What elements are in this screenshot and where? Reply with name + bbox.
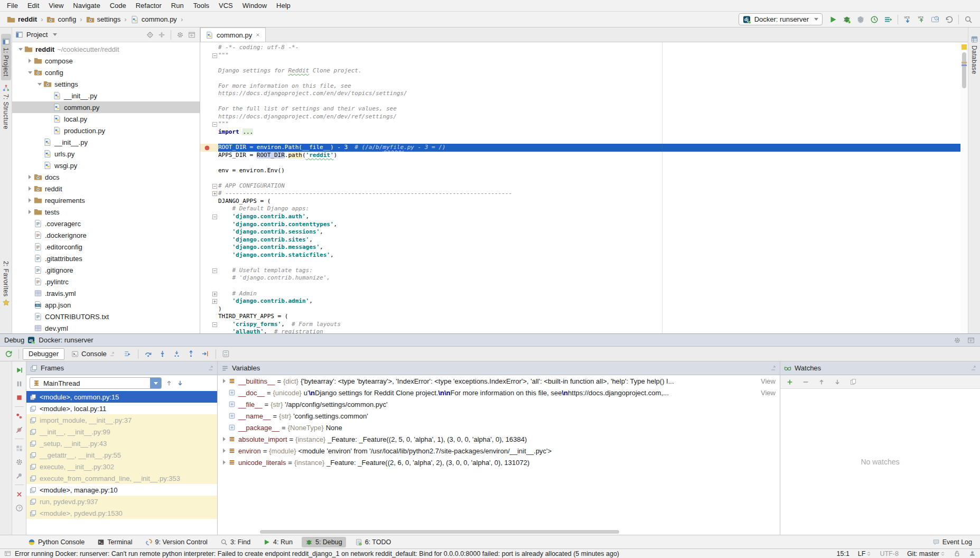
menu-navigate[interactable]: Navigate [68,1,105,11]
menu-refactor[interactable]: Refactor [131,1,166,11]
chevron-down-icon[interactable] [53,33,57,36]
menu-edit[interactable]: Edit [23,1,44,11]
runtocursor-button[interactable] [199,348,212,360]
frame-row[interactable]: __getattr__, __init__.py:55 [26,449,217,461]
tree-item-init-py[interactable]: __init__.py [12,90,200,101]
horizontal-scrollbar[interactable] [260,530,619,534]
tree-item-coveragerc[interactable]: .coveragerc [12,218,200,229]
chevron-right-icon[interactable] [26,59,34,63]
view-link[interactable]: View [757,389,780,397]
tree-item-wsgi-py[interactable]: wsgi.py [12,160,200,171]
breadcrumb-config[interactable]: config [45,15,78,24]
status-widget-hector[interactable] [969,550,976,557]
tree-item-contributors-txt[interactable]: CONTRIBUTORS.txt [12,311,200,322]
chevron-down-icon[interactable] [150,378,161,388]
viewbps-button[interactable] [14,411,24,421]
stripe-tab-7-structure[interactable]: 7: Structure [1,80,11,133]
tool-tab-4-run[interactable]: 4: Run [259,537,296,547]
tree-item-app-json[interactable]: JSONapp.json [12,299,200,311]
breadcrumb-common-py[interactable]: common.py [129,15,179,24]
variable-row-doc[interactable]: __doc__={unicode}u'\nDjango settings for… [218,387,780,398]
gearsm-button[interactable] [14,457,24,467]
frame-row[interactable]: <module>, local.py:11 [26,403,217,414]
debug-tab-console[interactable]: Console [66,348,120,360]
search-everywhere-button[interactable] [962,13,975,26]
menu-help[interactable]: Help [272,1,295,11]
stepout-button[interactable] [185,348,198,360]
tree-item-dev-yml[interactable]: dev.yml [12,322,200,333]
frame-row[interactable]: _setup, __init__.py:43 [26,438,217,449]
tree-item-compose[interactable]: compose [12,55,200,67]
chevron-right-icon[interactable] [26,187,34,191]
stop-button[interactable] [14,393,24,402]
tool-tab-9-version-control[interactable]: 9: Version Control [142,537,211,547]
run-button[interactable] [827,13,839,26]
arrup-button[interactable] [817,377,826,387]
status-widget-encoding[interactable]: UTF-8 [880,550,898,557]
tool-tab-6-todo[interactable]: 6: TODO [351,537,395,547]
tree-item-reddit[interactable]: reddit~/cookiecutter/reddit [12,43,200,55]
tree-item-docs[interactable]: docs [12,171,200,183]
view-link[interactable]: View [757,377,780,385]
variable-row-unicode-literals[interactable]: unicode_literals={instance}_Feature: _Fe… [218,457,780,468]
chevron-down-icon[interactable] [35,83,43,86]
tool-tab-5-debug[interactable]: 5: Debug [302,537,346,547]
target-button[interactable] [145,30,155,40]
tree-item-dockerignore[interactable]: .dockerignore [12,229,200,241]
frame-row[interactable]: <module>, pydevd.py:1530 [26,507,217,519]
update-project-button[interactable]: VCS [901,13,914,26]
execpoint-button[interactable] [122,348,134,360]
variable-row-file[interactable]: __file__={str}'/app/config/settings/comm… [218,398,780,410]
frame-row[interactable]: execute, __init__.py:302 [26,461,217,472]
stepinto-button[interactable] [156,348,169,360]
variable-row-absolute-import[interactable]: absolute_import={instance}_Feature: _Fea… [218,433,780,445]
toolwindow-toggle-icon[interactable] [4,550,11,557]
expand-arrow-icon[interactable] [220,437,228,441]
chevron-down-icon[interactable] [26,71,34,74]
tree-item-travis-yml[interactable]: .travis.yml [12,287,200,299]
variable-row-name[interactable]: __name__={str}'config.settings.common' [218,410,780,422]
tree-item-settings[interactable]: settings [12,78,200,90]
tool-tab-terminal[interactable]: Terminal [94,537,136,547]
menu-code[interactable]: Code [105,1,131,11]
help-button[interactable]: ? [14,503,24,513]
tree-item-common-py[interactable]: common.py [12,101,200,113]
smartstep-button[interactable] [171,348,183,360]
hidepanel-button[interactable] [966,336,976,345]
debug-tab-debugger[interactable]: Debugger [23,348,64,360]
menu-vcs[interactable]: VCS [214,1,238,11]
plus-button[interactable] [785,377,795,387]
resume-button[interactable] [14,365,24,375]
status-widget-readonly-toggle[interactable] [954,550,960,557]
chevron-right-icon[interactable] [26,175,34,179]
collapse-button[interactable] [157,30,166,40]
closeX-button[interactable] [14,489,24,499]
stripe-tab-2-favorites[interactable]: 2: Favorites [1,257,11,311]
copy-button[interactable] [848,377,858,387]
hidepanel-button[interactable] [187,30,197,40]
tree-item-reddit[interactable]: reddit [12,183,200,194]
float-panel-icon[interactable] [770,365,776,371]
menu-tools[interactable]: Tools [189,1,214,11]
frame-row[interactable]: execute_from_command_line, __init__.py:3… [26,472,217,484]
tool-tab-python-console[interactable]: Python Console [24,537,88,547]
breadcrumb-reddit[interactable]: reddit [5,15,39,24]
chevron-down-icon[interactable] [16,48,24,51]
variable-row-builtins[interactable]: __builtins__={dict}{'bytearray': <type '… [218,375,780,387]
frame-row[interactable]: __init__, __init__.py:99 [26,426,217,438]
variable-row-package[interactable]: __package__={NoneType}None [218,422,780,433]
run-configuration-select[interactable]: dj Docker: runserver [739,13,823,25]
menu-file[interactable]: File [2,1,23,11]
tree-item-tests[interactable]: tests [12,206,200,218]
minus-button[interactable] [801,377,810,387]
float-panel-icon[interactable] [208,365,213,371]
mutebp-button[interactable] [14,425,24,434]
pause-button[interactable] [14,379,24,388]
gridlayout-button[interactable] [14,443,24,453]
status-widget-line-separator[interactable]: LF [858,550,872,557]
tree-item-urls-py[interactable]: urls.py [12,148,200,160]
debug-button[interactable] [841,13,853,26]
tree-item-production-py[interactable]: production.py [12,125,200,136]
commit-changes-button[interactable]: VCS [915,13,928,26]
frame-row[interactable]: run, pydevd.py:937 [26,496,217,507]
